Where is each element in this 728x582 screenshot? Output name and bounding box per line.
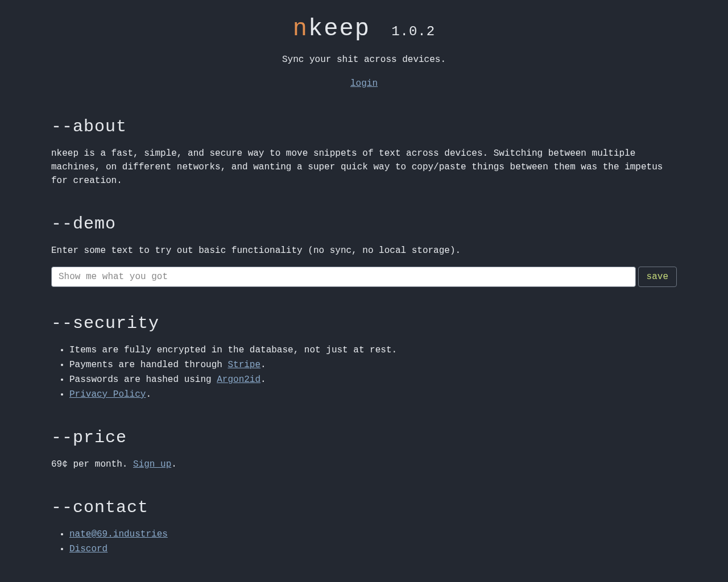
logo-letter: n [293, 15, 308, 43]
stripe-link[interactable]: Stripe [228, 360, 260, 370]
version-label: 1.0.2 [391, 24, 435, 39]
list-item: Passwords are hashed using Argon2id. [69, 373, 677, 386]
demo-heading: --demo [51, 211, 677, 237]
about-body: nkeep is a fast, simple, and secure way … [51, 147, 677, 188]
save-button[interactable]: save [638, 267, 677, 287]
price-body: 69¢ per month. Sign up. [51, 458, 677, 471]
discord-link[interactable]: Discord [69, 544, 107, 554]
contact-list: nate@69.industries Discord [51, 527, 677, 556]
about-heading: --about [51, 114, 677, 140]
security-list: Items are fully encrypted in the databas… [51, 343, 677, 401]
footer: a 69 industries product [51, 580, 677, 582]
list-item: Payments are handled through Stripe. [69, 358, 677, 372]
list-item: nate@69.industries [69, 527, 677, 541]
contact-heading: --contact [51, 495, 677, 521]
list-item: Privacy Policy. [69, 388, 677, 401]
argon2id-link[interactable]: Argon2id [217, 375, 260, 385]
security-heading: --security [51, 311, 677, 336]
page-title: nkeep 1.0.2 [51, 11, 677, 47]
tagline: Sync your shit across devices. [51, 53, 677, 66]
demo-body: Enter some text to try out basic functio… [51, 244, 677, 257]
login-link[interactable]: login [350, 78, 378, 89]
demo-input[interactable] [51, 267, 636, 287]
list-item: Items are fully encrypted in the databas… [69, 343, 677, 357]
privacy-policy-link[interactable]: Privacy Policy [69, 389, 146, 400]
list-item: Discord [69, 542, 677, 556]
price-heading: --price [51, 425, 677, 451]
contact-email-link[interactable]: nate@69.industries [69, 529, 168, 539]
signup-link[interactable]: Sign up [133, 459, 171, 469]
logo-word: keep [308, 15, 370, 43]
